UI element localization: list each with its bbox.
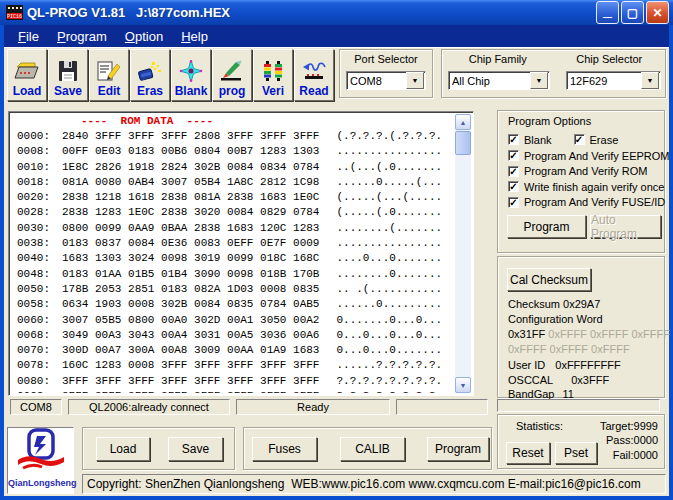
checkbox-erase[interactable]: ✓Erase: [574, 132, 619, 148]
minimize-button[interactable]: [596, 1, 619, 24]
app-icon[interactable]: PIC16: [6, 5, 23, 20]
checksum-value: Checksum 0x29A7: [508, 298, 600, 310]
checkbox-write-finish-again-verify-once[interactable]: ✓Write finish again verify once: [508, 179, 670, 195]
erase-button[interactable]: Eras: [130, 49, 170, 101]
program-action-button[interactable]: Program: [507, 215, 586, 238]
checkbox-program-and-verify-eeprom[interactable]: ✓Program And Verify EEPROM: [508, 148, 670, 164]
osccal-line: OSCCAL0x3FFF: [508, 374, 609, 386]
rom-row: 0088:3FFF 3FFF 3FFF 3FFF 3FFF 3FFF 3FFF …: [11, 389, 454, 393]
bottom-load-button[interactable]: Load: [96, 437, 150, 461]
program-button[interactable]: prog: [212, 49, 252, 101]
scroll-up-button[interactable]: [455, 114, 471, 130]
program-pen-icon: [219, 58, 245, 84]
rom-row: 0058:0634 1903 0008 302B 0084 0835 0784 …: [11, 297, 454, 312]
status-panel-ready: Ready: [236, 399, 390, 415]
rom-row: 0020:2838 1218 1618 2838 081A 2838 1683 …: [11, 190, 454, 205]
save-button[interactable]: Save: [48, 49, 88, 101]
dropdown-arrow-icon[interactable]: [641, 72, 659, 89]
checkbox-label: Blank: [524, 134, 552, 146]
toolbar-button-label: Read: [299, 84, 328, 99]
bottom-program-button[interactable]: Program: [427, 437, 489, 461]
rom-row: 0010:1E8C 2826 1918 2824 302B 0084 0834 …: [11, 160, 454, 175]
rom-row: 0008:00FF 0E03 0183 00B6 0804 00B7 1283 …: [11, 144, 454, 159]
verify-bars-icon: [260, 58, 286, 84]
qianlongsheng-logo-icon: [14, 428, 68, 474]
rom-row: 0078:160C 1283 0008 3FFF 3FFF 3FFF 3FFF …: [11, 358, 454, 373]
maximize-button[interactable]: [621, 1, 644, 24]
port-selector-value: COM8: [347, 75, 406, 87]
port-selector-group: Port Selector COM8: [339, 49, 433, 98]
port-selector-label: Port Selector: [340, 53, 432, 65]
floppy-icon: [55, 58, 81, 84]
statistics-target: Target:9999: [600, 420, 658, 432]
chip-selector-value: 12F629: [567, 75, 641, 87]
menu-program[interactable]: Program: [48, 28, 116, 45]
rom-row: 0080:3FFF 3FFF 3FFF 3FFF 3FFF 3FFF 3FFF …: [11, 374, 454, 389]
toolbar-button-label: Blank: [175, 84, 208, 99]
menu-file[interactable]: File: [9, 28, 48, 45]
rom-row: 0068:3049 00A3 3043 00A4 3031 00A5 3036 …: [11, 328, 454, 343]
checkbox-blank[interactable]: ✓Blank: [508, 132, 552, 148]
toolbar-button-label: prog: [219, 84, 246, 99]
toolbar-button-label: Veri: [262, 84, 284, 99]
rom-row: 0030:0800 0099 0AA9 0BAA 2838 1683 120C …: [11, 221, 454, 236]
rom-row: 0000:2840 3FFF 3FFF 3FFF 2808 3FFF 3FFF …: [11, 129, 454, 144]
checkbox-program-and-verify-rom[interactable]: ✓Program And Verify ROM: [508, 164, 670, 180]
checkbox-label: Program And Verify FUSE/ID: [524, 196, 665, 208]
close-button[interactable]: [646, 1, 669, 24]
auto-program-button: Auto Program: [590, 215, 661, 238]
calib-button[interactable]: CALIB: [340, 437, 405, 461]
load-button[interactable]: Load: [7, 49, 47, 101]
chip-family-label: Chip Family: [442, 53, 554, 65]
toolbar-button-label: Load: [13, 84, 42, 99]
checkbox-label: Program And Verify EEPROM: [524, 150, 670, 162]
checkbox-box: ✓: [508, 150, 519, 161]
vertical-scrollbar[interactable]: [455, 114, 471, 393]
menu-help[interactable]: Help: [172, 28, 217, 45]
rom-row: 0028:2838 1283 1E0C 2838 3020 0084 0829 …: [11, 205, 454, 220]
title-bar: PIC16 QL-PROG V1.81 J:\877com.HEX: [0, 0, 673, 25]
rom-row: 0018:081A 0080 0AB4 3007 05B4 1A8C 2812 …: [11, 175, 454, 190]
chip-family-value: All Chip: [449, 75, 530, 87]
rom-row: 0060:3007 05B5 0800 00A0 302D 00A1 3050 …: [11, 313, 454, 328]
pset-button[interactable]: Pset: [555, 442, 597, 464]
dropdown-arrow-icon[interactable]: [406, 72, 424, 89]
fuses-button[interactable]: Fuses: [252, 437, 317, 461]
checkbox-box: ✓: [508, 134, 519, 145]
dropdown-arrow-icon[interactable]: [530, 72, 548, 89]
company-name: QianLongsheng: [8, 478, 73, 488]
folder-open-icon: [14, 58, 40, 84]
checkbox-label: Erase: [590, 134, 619, 146]
scroll-down-button[interactable]: [455, 377, 471, 393]
read-button[interactable]: Read: [294, 49, 334, 101]
rom-row: 0038:0183 0837 0084 0E36 0083 0EFF 0E7F …: [11, 236, 454, 251]
blank-check-button[interactable]: Blank: [171, 49, 211, 101]
chip-selector-label: Chip Selector: [554, 53, 666, 65]
rom-data-viewer[interactable]: ---- ROM DATA ---- 0000:2840 3FFF 3FFF 3…: [8, 111, 474, 396]
rom-row: 0050:178B 2053 2851 0183 082A 1D03 0008 …: [11, 282, 454, 297]
program-options-group: Program Options ✓Blank✓Erase ✓Program An…: [497, 110, 665, 253]
status-panel-empty: [396, 399, 488, 415]
checksum-group: Cal Checksum Checksum 0x29A7 Configurati…: [497, 256, 665, 398]
port-selector-combobox[interactable]: COM8: [346, 71, 426, 90]
scrollbar-thumb[interactable]: [455, 131, 471, 155]
program-options-title: Program Options: [508, 115, 591, 127]
bottom-save-button[interactable]: Save: [168, 437, 223, 461]
chip-selector-combobox[interactable]: 12F629: [566, 71, 661, 90]
svg-text:PIC16: PIC16: [7, 14, 22, 20]
user-id-line: User ID0xFFFFFFFF: [508, 359, 621, 371]
statistics-pass: Pass:0000: [606, 434, 658, 446]
cal-checksum-button[interactable]: Cal Checksum: [507, 268, 591, 291]
chip-buttons-group: Fuses CALIB Program: [243, 427, 492, 470]
statistics-group: Statistics: Target:9999 Pass:0000 Fail:0…: [497, 414, 665, 469]
rom-data-header: ---- ROM DATA ----: [11, 114, 454, 129]
checkbox-program-and-verify-fuse-id[interactable]: ✓Program And Verify FUSE/ID: [508, 195, 670, 211]
blank-check-icon: [178, 58, 204, 84]
verify-button[interactable]: Veri: [253, 49, 293, 101]
chip-family-combobox[interactable]: All Chip: [448, 71, 550, 90]
edit-button[interactable]: Edit: [89, 49, 129, 101]
status-panel-ql2006-already-connect: QL2006:already connect: [68, 399, 230, 415]
chip-group: Chip Family Chip Selector All Chip 12F62…: [441, 49, 666, 98]
reset-button[interactable]: Reset: [506, 442, 550, 464]
menu-option[interactable]: Option: [116, 28, 172, 45]
